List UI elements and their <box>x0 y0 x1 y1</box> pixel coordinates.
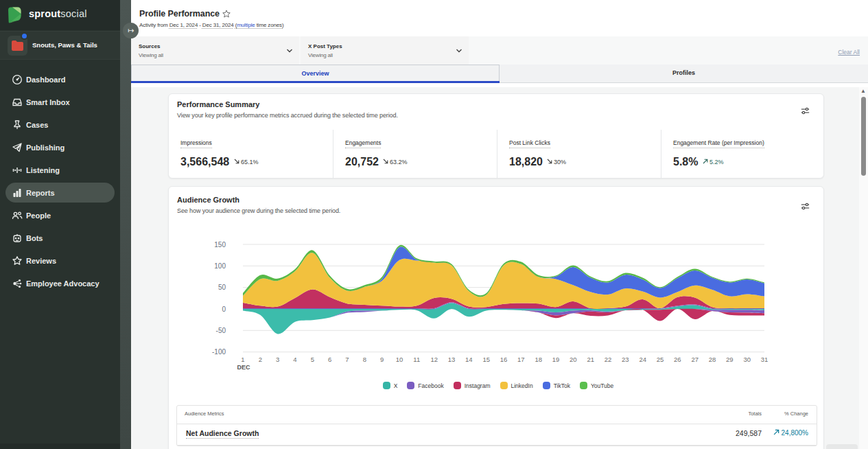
svg-text:25: 25 <box>657 356 664 363</box>
svg-text:DEC: DEC <box>237 364 250 371</box>
svg-text:31: 31 <box>761 356 769 363</box>
svg-text:2: 2 <box>259 356 262 363</box>
svg-text:13: 13 <box>448 356 456 363</box>
svg-text:8: 8 <box>363 356 366 363</box>
svg-text:19: 19 <box>552 356 560 363</box>
svg-text:21: 21 <box>587 356 594 363</box>
svg-text:27: 27 <box>691 356 699 363</box>
svg-text:11: 11 <box>413 356 420 363</box>
svg-text:22: 22 <box>605 356 612 363</box>
svg-text:-100: -100 <box>212 348 226 356</box>
svg-text:100: 100 <box>214 262 226 270</box>
svg-text:28: 28 <box>709 356 716 363</box>
svg-text:16: 16 <box>500 356 508 363</box>
svg-text:24: 24 <box>639 356 646 363</box>
svg-text:20: 20 <box>570 356 577 363</box>
svg-text:4: 4 <box>293 356 296 363</box>
svg-text:3: 3 <box>276 356 279 363</box>
svg-text:10: 10 <box>396 356 403 363</box>
svg-text:150: 150 <box>214 241 226 249</box>
svg-text:17: 17 <box>517 356 525 363</box>
svg-text:15: 15 <box>482 356 490 363</box>
svg-text:18: 18 <box>535 356 542 363</box>
svg-text:29: 29 <box>726 356 734 363</box>
svg-text:9: 9 <box>380 356 384 363</box>
svg-text:23: 23 <box>622 356 629 363</box>
svg-text:-50: -50 <box>216 327 226 334</box>
svg-text:50: 50 <box>218 284 226 291</box>
svg-text:7: 7 <box>345 356 349 363</box>
svg-text:1: 1 <box>241 356 244 363</box>
svg-text:0: 0 <box>222 306 226 313</box>
svg-text:5: 5 <box>311 356 314 363</box>
svg-text:26: 26 <box>674 356 681 363</box>
svg-text:12: 12 <box>430 356 438 363</box>
svg-text:14: 14 <box>465 356 473 363</box>
svg-text:6: 6 <box>328 356 331 363</box>
svg-text:30: 30 <box>743 356 751 363</box>
